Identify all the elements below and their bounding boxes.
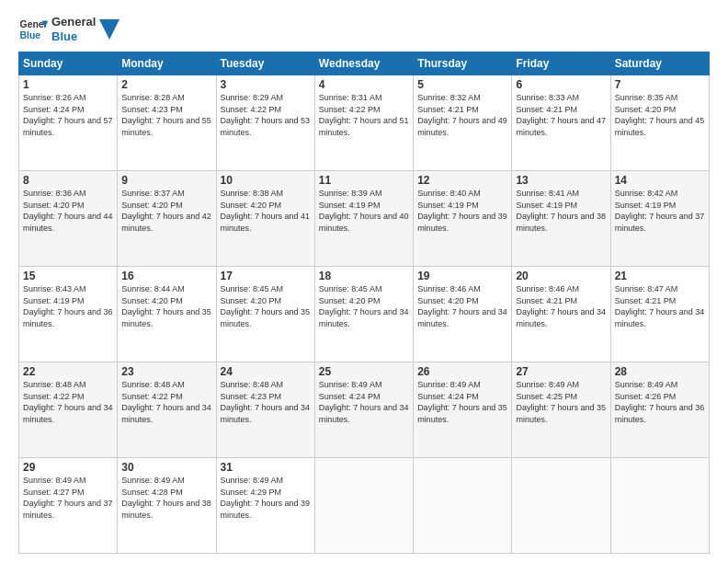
day-info: Sunrise: 8:40 AM Sunset: 4:19 PM Dayligh…	[417, 188, 507, 234]
day-cell: 27 Sunrise: 8:49 AM Sunset: 4:25 PM Dayl…	[512, 362, 610, 458]
day-info: Sunrise: 8:33 AM Sunset: 4:21 PM Dayligh…	[516, 92, 606, 138]
day-number: 10	[221, 174, 311, 187]
day-number: 24	[221, 365, 311, 378]
day-number: 29	[23, 461, 113, 474]
day-cell: 2 Sunrise: 8:28 AM Sunset: 4:23 PM Dayli…	[118, 75, 216, 171]
day-number: 14	[615, 174, 705, 187]
day-number: 6	[516, 78, 606, 91]
day-cell: 7 Sunrise: 8:35 AM Sunset: 4:20 PM Dayli…	[610, 75, 709, 171]
day-info: Sunrise: 8:49 AM Sunset: 4:24 PM Dayligh…	[319, 379, 409, 425]
day-number: 9	[121, 174, 211, 187]
day-cell: 31 Sunrise: 8:49 AM Sunset: 4:29 PM Dayl…	[216, 458, 314, 554]
header-day-monday: Monday	[118, 52, 216, 75]
day-cell: 4 Sunrise: 8:31 AM Sunset: 4:22 PM Dayli…	[314, 75, 413, 171]
day-cell	[314, 458, 413, 554]
day-cell	[414, 458, 512, 554]
day-number: 18	[319, 270, 409, 282]
day-number: 13	[516, 174, 606, 187]
day-number: 5	[417, 78, 507, 91]
day-number: 27	[516, 365, 606, 378]
day-number: 1	[23, 78, 113, 91]
day-cell: 23 Sunrise: 8:48 AM Sunset: 4:22 PM Dayl…	[118, 362, 216, 458]
day-info: Sunrise: 8:49 AM Sunset: 4:24 PM Dayligh…	[417, 379, 507, 425]
day-info: Sunrise: 8:26 AM Sunset: 4:24 PM Dayligh…	[23, 92, 113, 138]
day-number: 19	[417, 270, 507, 282]
day-info: Sunrise: 8:46 AM Sunset: 4:21 PM Dayligh…	[516, 283, 606, 329]
day-info: Sunrise: 8:36 AM Sunset: 4:20 PM Dayligh…	[23, 188, 113, 234]
day-cell: 21 Sunrise: 8:47 AM Sunset: 4:21 PM Dayl…	[610, 267, 709, 362]
day-info: Sunrise: 8:49 AM Sunset: 4:25 PM Dayligh…	[516, 379, 606, 425]
logo-blue: Blue	[51, 29, 96, 44]
day-number: 17	[221, 270, 311, 282]
page: General Blue General Blue SundayMondayTu…	[0, 0, 728, 563]
day-number: 30	[121, 461, 211, 474]
day-cell: 15 Sunrise: 8:43 AM Sunset: 4:19 PM Dayl…	[19, 267, 118, 362]
day-number: 21	[615, 270, 705, 282]
day-number: 2	[121, 78, 211, 91]
day-cell	[512, 458, 610, 554]
day-cell: 30 Sunrise: 8:49 AM Sunset: 4:28 PM Dayl…	[118, 458, 216, 554]
day-cell: 22 Sunrise: 8:48 AM Sunset: 4:22 PM Dayl…	[19, 362, 118, 458]
day-info: Sunrise: 8:37 AM Sunset: 4:20 PM Dayligh…	[121, 188, 211, 234]
day-number: 25	[319, 365, 409, 378]
day-info: Sunrise: 8:48 AM Sunset: 4:22 PM Dayligh…	[23, 379, 113, 425]
day-info: Sunrise: 8:43 AM Sunset: 4:19 PM Dayligh…	[23, 283, 113, 329]
day-number: 11	[319, 174, 409, 187]
day-number: 31	[221, 461, 311, 474]
day-info: Sunrise: 8:49 AM Sunset: 4:27 PM Dayligh…	[23, 475, 113, 521]
logo-general: General	[51, 15, 96, 29]
day-cell: 8 Sunrise: 8:36 AM Sunset: 4:20 PM Dayli…	[19, 171, 118, 267]
day-info: Sunrise: 8:29 AM Sunset: 4:22 PM Dayligh…	[221, 92, 311, 138]
day-info: Sunrise: 8:38 AM Sunset: 4:20 PM Dayligh…	[221, 188, 311, 234]
day-cell: 16 Sunrise: 8:44 AM Sunset: 4:20 PM Dayl…	[118, 267, 216, 362]
day-info: Sunrise: 8:47 AM Sunset: 4:21 PM Dayligh…	[615, 283, 705, 329]
day-number: 20	[516, 270, 606, 282]
day-info: Sunrise: 8:48 AM Sunset: 4:23 PM Dayligh…	[221, 379, 311, 425]
day-info: Sunrise: 8:49 AM Sunset: 4:28 PM Dayligh…	[121, 475, 211, 521]
day-number: 23	[121, 365, 211, 378]
day-cell: 29 Sunrise: 8:49 AM Sunset: 4:27 PM Dayl…	[19, 458, 118, 554]
calendar-body: 1 Sunrise: 8:26 AM Sunset: 4:24 PM Dayli…	[19, 75, 710, 554]
day-number: 3	[221, 78, 311, 91]
day-cell: 11 Sunrise: 8:39 AM Sunset: 4:19 PM Dayl…	[314, 171, 413, 267]
day-cell: 28 Sunrise: 8:49 AM Sunset: 4:26 PM Dayl…	[610, 362, 709, 458]
day-cell: 5 Sunrise: 8:32 AM Sunset: 4:21 PM Dayli…	[414, 75, 512, 171]
day-number: 7	[615, 78, 705, 91]
day-number: 12	[417, 174, 507, 187]
week-row-1: 1 Sunrise: 8:26 AM Sunset: 4:24 PM Dayli…	[19, 75, 710, 171]
header-row: SundayMondayTuesdayWednesdayThursdayFrid…	[19, 52, 710, 75]
day-cell: 12 Sunrise: 8:40 AM Sunset: 4:19 PM Dayl…	[414, 171, 512, 267]
day-cell	[610, 458, 709, 554]
svg-marker-3	[99, 19, 119, 40]
day-cell: 26 Sunrise: 8:49 AM Sunset: 4:24 PM Dayl…	[414, 362, 512, 458]
day-info: Sunrise: 8:41 AM Sunset: 4:19 PM Dayligh…	[516, 188, 606, 234]
day-cell: 25 Sunrise: 8:49 AM Sunset: 4:24 PM Dayl…	[314, 362, 413, 458]
day-info: Sunrise: 8:48 AM Sunset: 4:22 PM Dayligh…	[121, 379, 211, 425]
week-row-4: 22 Sunrise: 8:48 AM Sunset: 4:22 PM Dayl…	[19, 362, 710, 458]
svg-text:Blue: Blue	[20, 30, 41, 40]
week-row-3: 15 Sunrise: 8:43 AM Sunset: 4:19 PM Dayl…	[19, 267, 710, 362]
day-info: Sunrise: 8:44 AM Sunset: 4:20 PM Dayligh…	[121, 283, 211, 329]
header: General Blue General Blue	[18, 15, 710, 44]
day-number: 16	[121, 270, 211, 282]
day-info: Sunrise: 8:39 AM Sunset: 4:19 PM Dayligh…	[319, 188, 409, 234]
day-info: Sunrise: 8:45 AM Sunset: 4:20 PM Dayligh…	[319, 283, 409, 329]
day-cell: 3 Sunrise: 8:29 AM Sunset: 4:22 PM Dayli…	[216, 75, 314, 171]
day-number: 4	[319, 78, 409, 91]
day-cell: 20 Sunrise: 8:46 AM Sunset: 4:21 PM Dayl…	[512, 267, 610, 362]
day-cell: 1 Sunrise: 8:26 AM Sunset: 4:24 PM Dayli…	[19, 75, 118, 171]
day-cell: 13 Sunrise: 8:41 AM Sunset: 4:19 PM Dayl…	[512, 171, 610, 267]
day-cell: 17 Sunrise: 8:45 AM Sunset: 4:20 PM Dayl…	[216, 267, 314, 362]
day-info: Sunrise: 8:42 AM Sunset: 4:19 PM Dayligh…	[615, 188, 705, 234]
logo-triangle-icon	[99, 19, 119, 40]
day-number: 8	[23, 174, 113, 187]
header-day-sunday: Sunday	[19, 52, 118, 75]
day-info: Sunrise: 8:46 AM Sunset: 4:20 PM Dayligh…	[417, 283, 507, 329]
day-cell: 18 Sunrise: 8:45 AM Sunset: 4:20 PM Dayl…	[314, 267, 413, 362]
header-day-thursday: Thursday	[414, 52, 512, 75]
day-number: 22	[23, 365, 113, 378]
header-day-friday: Friday	[512, 52, 610, 75]
day-cell: 19 Sunrise: 8:46 AM Sunset: 4:20 PM Dayl…	[414, 267, 512, 362]
header-day-tuesday: Tuesday	[216, 52, 314, 75]
day-cell: 6 Sunrise: 8:33 AM Sunset: 4:21 PM Dayli…	[512, 75, 610, 171]
